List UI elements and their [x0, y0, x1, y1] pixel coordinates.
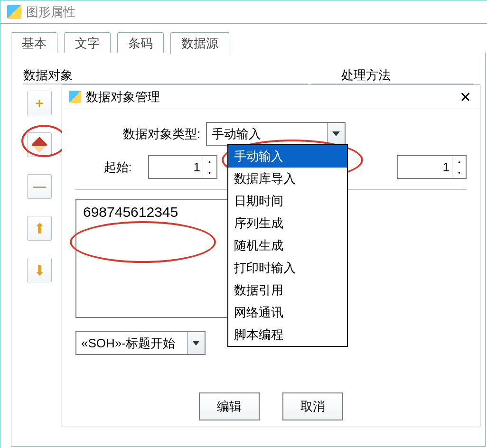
copies-spinner[interactable]: 1 ▴▾ [397, 155, 467, 179]
move-down-button[interactable]: ⬇ [27, 258, 52, 282]
type-value: 手动输入 [212, 126, 261, 142]
side-toolbar: ＋ — ⬆ ⬇ [27, 91, 52, 282]
start-label: 起始: [99, 159, 132, 176]
parent-title: 图形属性 [26, 4, 75, 20]
section-data-objects: 数据对象 [23, 67, 73, 84]
option-data-reference[interactable]: 数据引用 [228, 279, 347, 301]
option-database-import[interactable]: 数据库导入 [228, 168, 347, 190]
option-network[interactable]: 网络通讯 [228, 301, 347, 324]
tab-barcode[interactable]: 条码 [117, 32, 164, 54]
chevron-down-icon[interactable] [187, 332, 205, 354]
pencil-icon [31, 137, 47, 153]
dialog-icon [69, 91, 81, 103]
tab-bar: 基本 文字 条码 数据源 [11, 32, 487, 54]
app-icon [7, 5, 21, 19]
tab-text[interactable]: 文字 [64, 32, 111, 54]
arrow-down-icon: ⬇ [34, 262, 46, 279]
chevron-down-icon[interactable] [327, 123, 345, 145]
option-print-time-input[interactable]: 打印时输入 [228, 257, 347, 279]
copies-value: 1 [443, 160, 450, 175]
option-script[interactable]: 脚本编程 [228, 324, 347, 346]
control-char-combobox[interactable]: «SOH»-标题开始 [75, 331, 206, 355]
edit-button[interactable] [27, 132, 52, 157]
arrow-up-icon: ⬆ [34, 220, 46, 237]
start-spinner[interactable]: 1 ▴▾ [148, 155, 217, 179]
type-label: 数据对象类型: [123, 126, 200, 142]
dialog-title: 数据对象管理 [86, 89, 160, 105]
type-combobox[interactable]: 手动输入 [206, 122, 346, 146]
option-random[interactable]: 随机生成 [228, 234, 347, 257]
section-process-methods: 处理方法 [341, 67, 391, 84]
option-manual-input[interactable]: 手动输入 [228, 145, 347, 168]
dialog-buttons: 编辑 取消 [62, 392, 480, 420]
start-value: 1 [194, 160, 200, 175]
add-button[interactable]: ＋ [27, 91, 52, 115]
plus-icon: ＋ [33, 94, 46, 112]
option-sequence[interactable]: 序列生成 [228, 212, 347, 234]
remove-button[interactable]: — [27, 174, 52, 199]
control-char-value: «SOH»-标题开始 [81, 335, 175, 352]
move-up-button[interactable]: ⬆ [27, 216, 52, 241]
close-button[interactable]: ✕ [459, 89, 471, 105]
dialog-titlebar: 数据对象管理 ✕ [62, 85, 480, 109]
edit-dialog-button[interactable]: 编辑 [199, 392, 260, 420]
tab-basic[interactable]: 基本 [11, 32, 57, 54]
type-dropdown-list[interactable]: 手动输入 数据库导入 日期时间 序列生成 随机生成 打印时输入 数据引用 网络通… [227, 144, 348, 347]
option-date-time[interactable]: 日期时间 [228, 190, 347, 212]
data-object-dialog: 数据对象管理 ✕ 数据对象类型: 手动输入 起始: 1 ▴▾ 份数 1 ▴▾ [62, 84, 480, 427]
minus-icon: — [33, 179, 46, 194]
tab-datasource[interactable]: 数据源 [170, 32, 229, 54]
cancel-dialog-button[interactable]: 取消 [282, 392, 343, 420]
parent-titlebar: 图形属性 [0, 0, 487, 24]
